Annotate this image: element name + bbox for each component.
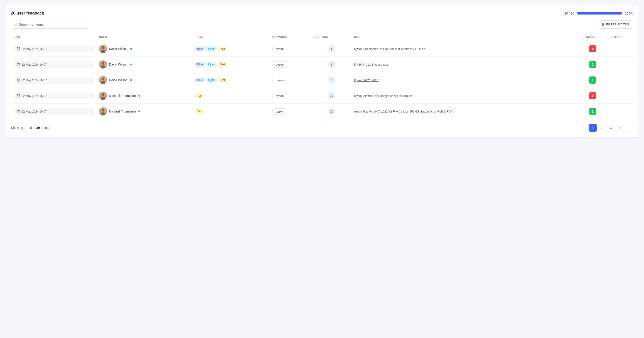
grade-cell: 0 <box>566 88 599 104</box>
doc-cell: Dyson V8™ (2023) <box>352 72 566 88</box>
tag: Test <box>195 94 204 98</box>
user-name: David Wilson <box>109 78 128 82</box>
clock-icon: ⏰ <box>16 63 20 66</box>
position-cell: 2 <box>312 57 351 72</box>
doc-link[interactable]: Dyson V8™ (2023) <box>354 78 380 82</box>
user-cell: Michael Thompson <box>96 104 192 119</box>
tags-cell: Test <box>192 104 270 119</box>
page-4-button[interactable]: 4 <box>616 124 624 132</box>
tag: Cyan <box>206 46 217 51</box>
tag: Test <box>195 109 204 114</box>
table-row: ⏰ 22 May 2024 16:07 Michael Thompson Tes… <box>11 88 633 104</box>
main-container: 20 user feedback 20 / 20 100% ⚲ ☰ FILTER… <box>6 6 638 137</box>
tag: Test <box>218 78 227 82</box>
date-value: 22 May 2024 16:07 <box>22 110 47 113</box>
svg-point-13 <box>102 109 104 112</box>
position-badge: 3 <box>328 76 335 84</box>
grade-cell: 0 <box>566 41 599 57</box>
date-cell: ⏰ 22 May 2024 16:07 <box>11 104 96 119</box>
page-1-button[interactable]: 1 <box>589 124 597 132</box>
progress-bar-fill <box>577 12 622 14</box>
clock-icon: ⏰ <box>16 110 20 113</box>
doc-link[interactable]: Apple iPad Air 10.9" 2022 Wi-Fi + Cellul… <box>354 110 454 113</box>
user-name: David Wilson <box>109 62 128 66</box>
user-cell: David Wilson <box>96 41 192 57</box>
user-name: Michael Thompson <box>109 94 136 98</box>
grade-badge: 1 <box>589 108 596 115</box>
action-cell <box>599 72 633 88</box>
col-position: POSITION <box>312 33 351 41</box>
doc-link[interactable]: Dyson AirstraitTM Haarglätter Nickel /Ku… <box>354 94 412 98</box>
keyword-cell: apple <box>270 104 312 119</box>
showing-text: Showing 1 to 5 of 20 results <box>11 126 50 130</box>
online-indicator <box>130 64 132 65</box>
clock-icon: ⏰ <box>16 78 20 82</box>
user-cell: Michael Thompson <box>96 88 192 104</box>
position-cell: 10 <box>312 104 351 119</box>
progress-percentage: 100% <box>625 12 633 15</box>
date-cell: ⏰ 22 May 2024 16:07 <box>11 88 96 104</box>
table-row: ⏰ 22 May 2024 16:07 David Wilson BlueCya… <box>11 57 633 72</box>
online-indicator <box>138 95 140 97</box>
search-icon: ⚲ <box>14 22 17 26</box>
table-row: ⏰ 22 May 2024 16:07 David Wilson BlueCya… <box>11 72 633 88</box>
clock-icon: ⏰ <box>16 47 20 50</box>
page-3-button[interactable]: 3 <box>607 124 615 132</box>
svg-point-10 <box>102 93 104 96</box>
date-value: 22 May 2024 16:07 <box>22 78 47 82</box>
tags-cell: BlueCyanTest <box>192 41 270 57</box>
filter-by-tag-button[interactable]: ☰ FILTER BY TAG <box>598 20 633 28</box>
user-name: David Wilson <box>109 47 128 50</box>
action-cell <box>599 88 633 104</box>
prev-page-button[interactable]: ‹ <box>580 124 588 132</box>
tag: Test <box>218 62 227 67</box>
grade-cell: 1 <box>566 104 599 119</box>
keyword-badge: dyson <box>272 62 287 68</box>
keyword-badge: dyson <box>272 46 287 52</box>
tag: Blue <box>195 46 205 51</box>
next-page-button[interactable]: › <box>625 124 633 132</box>
svg-point-4 <box>102 62 104 65</box>
col-keyword: KEYWORD <box>270 33 312 41</box>
progress-bar-background <box>577 12 622 14</box>
filter-icon: ☰ <box>602 23 605 26</box>
tag: Blue <box>195 78 205 82</box>
grade-badge: 1 <box>589 61 596 68</box>
grade-cell: 1 <box>566 57 599 72</box>
doc-link[interactable]: Dyson SupersonicTM Haartrockner Anthrazi… <box>354 47 426 50</box>
search-input[interactable] <box>19 22 85 26</box>
doc-cell: Apple iPad Air 10.9" 2022 Wi-Fi + Cellul… <box>352 104 566 119</box>
feedback-table: DATE USER TAGS KEYWORD POSITION DOC GRAD… <box>11 33 633 119</box>
user-cell: David Wilson <box>96 57 192 72</box>
doc-link[interactable]: DYSON V11 Staubsauger <box>354 63 388 66</box>
progress-count: 20 / 20 <box>564 12 574 15</box>
online-indicator <box>130 48 132 50</box>
tag: Blue <box>195 62 205 67</box>
keyword-cell: dyson <box>270 57 312 72</box>
position-badge: 10 <box>328 108 335 115</box>
keyword-badge: dyson <box>272 77 287 83</box>
page-title: 20 user feedback <box>11 11 44 16</box>
header: 20 user feedback 20 / 20 100% <box>11 11 633 16</box>
position-badge: 10 <box>328 92 335 99</box>
avatar <box>99 76 107 84</box>
avatar <box>99 107 107 116</box>
tags-cell: BlueCyanTest <box>192 72 270 88</box>
position-badge: 1 <box>328 45 335 52</box>
action-cell <box>599 57 633 72</box>
keyword-badge: apple <box>272 108 286 114</box>
tag: Cyan <box>206 78 217 82</box>
user-name: Michael Thompson <box>109 110 136 113</box>
doc-cell: Dyson AirstraitTM Haarglätter Nickel /Ku… <box>352 88 566 104</box>
action-cell <box>599 104 633 119</box>
tag: Cyan <box>206 62 217 67</box>
date-cell: ⏰ 22 May 2024 16:07 <box>11 72 96 88</box>
col-user: USER <box>96 33 192 41</box>
keyword-cell: dyson <box>270 41 312 57</box>
table-row: ⏰ 22 May 2024 16:07 David Wilson BlueCya… <box>11 41 633 57</box>
grade-badge: 0 <box>589 45 596 52</box>
col-action: ACTION <box>599 33 633 41</box>
search-box[interactable]: ⚲ <box>11 20 88 28</box>
svg-point-7 <box>102 78 104 80</box>
page-2-button[interactable]: 2 <box>598 124 606 132</box>
